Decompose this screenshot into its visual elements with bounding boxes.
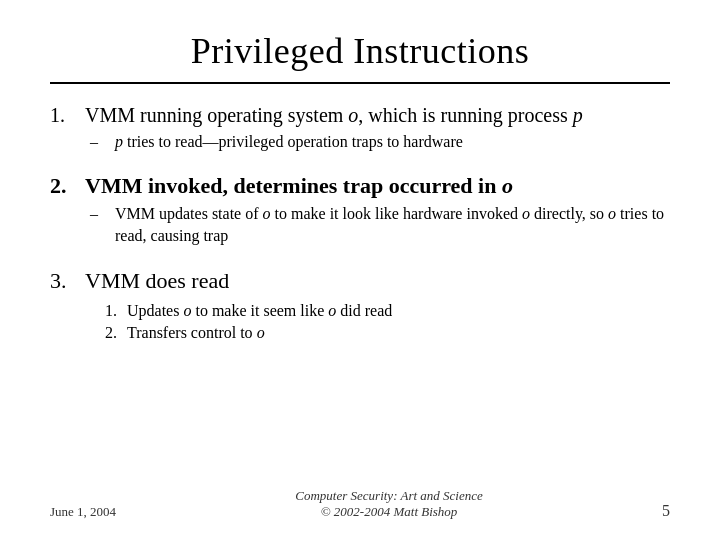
list-item-2: 2. VMM invoked, determines trap occurred… — [50, 171, 670, 247]
main-point-1: 1. VMM running operating system o, which… — [50, 102, 670, 129]
sub-bullet-2-1: – — [90, 203, 115, 225]
nested-number-3-1: 1. — [105, 300, 127, 322]
sub-point-1-1: – p tries to read—privileged operation t… — [50, 131, 670, 153]
nested-number-3-2: 2. — [105, 322, 127, 344]
main-point-3: 3. VMM does read — [50, 266, 670, 296]
point-number-1: 1. — [50, 102, 85, 129]
divider — [50, 82, 670, 84]
nested-item-3-1: 1. Updates o to make it seem like o did … — [105, 300, 670, 322]
footer-date: June 1, 2004 — [50, 504, 116, 520]
footer-center-line1: Computer Security: Art and Science — [295, 488, 483, 504]
point-text-3: VMM does read — [85, 266, 670, 296]
point-text-2: VMM invoked, determines trap occurred in… — [85, 171, 670, 201]
point-text-1: VMM running operating system o, which is… — [85, 102, 670, 129]
sub-text-1-1: p tries to read—privileged operation tra… — [115, 131, 670, 153]
nested-text-3-1: Updates o to make it seem like o did rea… — [127, 300, 392, 322]
footer-center-line2: © 2002-2004 Matt Bishop — [295, 504, 483, 520]
sub-text-2-1: VMM updates state of o to make it look l… — [115, 203, 670, 248]
nested-text-3-2: Transfers control to o — [127, 322, 265, 344]
footer-center: Computer Security: Art and Science © 200… — [295, 488, 483, 520]
sub-bullet-1-1: – — [90, 131, 115, 153]
slide: Privileged Instructions 1. VMM running o… — [0, 0, 720, 540]
point-number-3: 3. — [50, 266, 85, 296]
list-item-1: 1. VMM running operating system o, which… — [50, 102, 670, 153]
main-point-2: 2. VMM invoked, determines trap occurred… — [50, 171, 670, 201]
footer: June 1, 2004 Computer Security: Art and … — [50, 488, 670, 520]
list-item-3: 3. VMM does read 1. Updates o to make it… — [50, 266, 670, 344]
sub-point-2-1: – VMM updates state of o to make it look… — [50, 203, 670, 248]
nested-item-3-2: 2. Transfers control to o — [105, 322, 670, 344]
footer-page-number: 5 — [662, 502, 670, 520]
nested-list-3: 1. Updates o to make it seem like o did … — [50, 300, 670, 345]
content-area: 1. VMM running operating system o, which… — [50, 102, 670, 478]
slide-title: Privileged Instructions — [50, 30, 670, 72]
point-number-2: 2. — [50, 171, 85, 201]
